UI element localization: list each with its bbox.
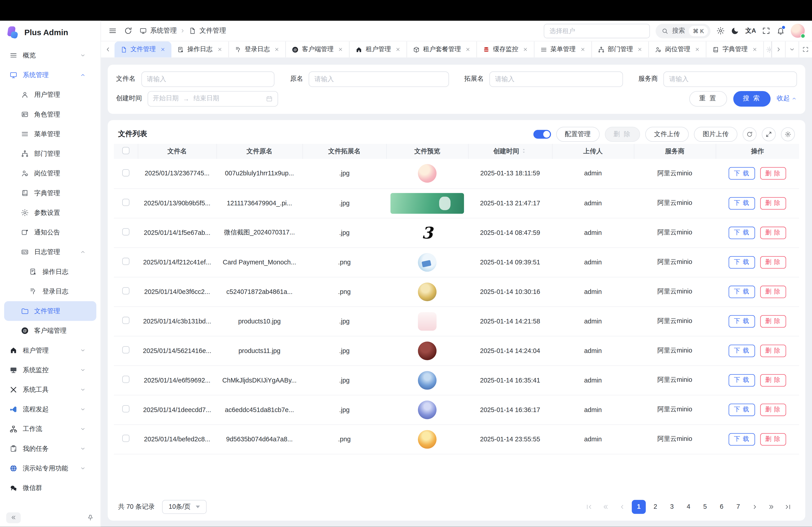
tab-租户管理[interactable]: 租户管理 <box>350 42 407 58</box>
filter-input-原名[interactable] <box>309 71 449 87</box>
column-header-服务商[interactable]: 服务商 <box>634 144 716 159</box>
file-preview-thumbnail[interactable]: 3 <box>418 223 437 242</box>
breadcrumb-item-files[interactable]: 文件管理 <box>199 26 226 35</box>
row-checkbox[interactable] <box>122 405 129 412</box>
expand-table-button[interactable] <box>762 127 776 141</box>
pager-prev-group-button[interactable] <box>599 500 613 514</box>
file-preview-thumbnail[interactable] <box>418 371 437 390</box>
column-header-文件原名[interactable]: 文件原名 <box>217 144 303 159</box>
batch-delete-button[interactable]: 删 除 <box>605 126 640 141</box>
sidebar-item-操作日志[interactable]: 操作日志 <box>4 262 96 282</box>
tab-部门管理[interactable]: 部门管理 <box>592 42 649 58</box>
sidebar-item-租户管理[interactable]: 租户管理 <box>4 341 96 360</box>
pager-next-group-button[interactable] <box>765 500 778 514</box>
tab-操作日志[interactable]: 操作日志 <box>171 42 229 58</box>
file-preview-thumbnail[interactable] <box>418 400 437 419</box>
pager-last-page-button[interactable] <box>781 500 795 514</box>
delete-button[interactable]: 删 除 <box>760 285 786 298</box>
sidebar-item-系统监控[interactable]: 系统监控 <box>4 360 96 380</box>
tab-客户端管理[interactable]: @客户端管理 <box>286 42 350 58</box>
tab-clipped[interactable] <box>764 42 772 58</box>
refresh-icon[interactable] <box>124 26 133 35</box>
page-button-3[interactable]: 3 <box>665 500 679 514</box>
row-checkbox[interactable] <box>122 287 129 295</box>
sidebar-item-登录日志[interactable]: 登录日志 <box>4 282 96 301</box>
page-button-1[interactable]: 1 <box>632 500 646 514</box>
tab-租户套餐管理[interactable]: 租户套餐管理 <box>407 42 477 58</box>
sidebar-item-角色管理[interactable]: 角色管理 <box>4 105 96 124</box>
fullscreen-icon[interactable] <box>762 26 770 35</box>
translate-icon[interactable]: 文A <box>745 26 756 35</box>
close-icon[interactable] <box>465 47 471 52</box>
row-checkbox[interactable] <box>122 199 129 206</box>
upload-image-button[interactable]: 图片上传 <box>694 126 738 141</box>
delete-button[interactable]: 删 除 <box>760 167 786 180</box>
sidebar-item-部门管理[interactable]: 部门管理 <box>4 144 96 163</box>
brand[interactable]: Plus Admin <box>0 21 100 45</box>
upload-file-button[interactable]: 文件上传 <box>645 126 689 141</box>
global-search[interactable]: 搜索 ⌘ K <box>655 24 710 38</box>
sidebar-item-概览[interactable]: 概览 <box>4 46 96 65</box>
tabs-scroll-left-button[interactable] <box>101 42 115 58</box>
search-button[interactable]: 搜 索 <box>733 91 770 106</box>
breadcrumb-item-system[interactable]: 系统管理 <box>150 26 177 35</box>
sort-icon[interactable] <box>520 147 527 154</box>
sidebar-item-我的任务[interactable]: 我的任务 <box>4 439 96 458</box>
file-preview-thumbnail[interactable] <box>418 164 437 183</box>
sidebar-item-工作流[interactable]: 工作流 <box>4 419 96 439</box>
sidebar-item-客户端管理[interactable]: @客户端管理 <box>4 321 96 340</box>
close-icon[interactable] <box>695 47 700 52</box>
sidebar-item-用户管理[interactable]: 用户管理 <box>4 85 96 105</box>
page-button-7[interactable]: 7 <box>731 500 745 514</box>
sidebar-collapse-button[interactable] <box>6 512 21 523</box>
close-icon[interactable] <box>637 47 643 52</box>
delete-button[interactable]: 删 除 <box>760 344 786 357</box>
download-button[interactable]: 下 载 <box>729 433 755 446</box>
hamburger-menu-icon[interactable] <box>108 26 117 35</box>
close-icon[interactable] <box>752 47 757 52</box>
content-fullscreen-button[interactable] <box>798 42 812 58</box>
close-icon[interactable] <box>580 47 585 52</box>
delete-button[interactable]: 删 除 <box>760 433 786 446</box>
sidebar-item-文件管理[interactable]: 文件管理 <box>4 301 96 321</box>
row-checkbox[interactable] <box>122 169 129 176</box>
sidebar-item-日志管理[interactable]: 日志管理 <box>4 242 96 262</box>
tabs-scroll-right-button[interactable] <box>772 42 785 58</box>
tab-文件管理[interactable]: 文件管理 <box>114 42 171 58</box>
delete-button[interactable]: 删 除 <box>760 256 786 268</box>
settings-icon[interactable] <box>716 26 725 35</box>
tab-菜单管理[interactable]: 菜单管理 <box>534 42 592 58</box>
collapse-filters-link[interactable]: 收起 <box>777 94 797 103</box>
filter-input-服务商[interactable] <box>664 71 797 87</box>
dark-mode-icon[interactable] <box>731 26 740 35</box>
pager-prev-page-button[interactable] <box>615 500 629 514</box>
column-header-上传人[interactable]: 上传人 <box>552 144 634 159</box>
row-checkbox[interactable] <box>122 376 129 383</box>
sidebar-item-系统管理[interactable]: 系统管理 <box>4 65 96 85</box>
avatar[interactable] <box>791 24 805 38</box>
sidebar-item-系统工具[interactable]: 系统工具 <box>4 380 96 400</box>
sidebar-item-参数设置[interactable]: 参数设置 <box>4 203 96 223</box>
sidebar-item-演示站专用功能[interactable]: 演示站专用功能 <box>4 458 96 478</box>
row-checkbox[interactable] <box>122 228 129 235</box>
row-checkbox[interactable] <box>122 435 129 442</box>
file-preview-thumbnail[interactable] <box>418 341 437 360</box>
tabs-menu-button[interactable] <box>785 42 799 58</box>
sidebar-item-岗位管理[interactable]: 岗位管理 <box>4 164 96 183</box>
close-icon[interactable] <box>217 47 222 52</box>
file-preview-thumbnail[interactable] <box>418 430 437 449</box>
notifications-bell[interactable] <box>777 26 785 35</box>
close-icon[interactable] <box>338 47 343 52</box>
page-button-6[interactable]: 6 <box>714 500 728 514</box>
row-checkbox[interactable] <box>122 258 129 265</box>
download-button[interactable]: 下 载 <box>729 285 755 298</box>
page-button-2[interactable]: 2 <box>648 500 662 514</box>
download-button[interactable]: 下 载 <box>729 404 755 416</box>
row-checkbox[interactable] <box>122 317 129 324</box>
download-button[interactable]: 下 载 <box>729 374 755 386</box>
delete-button[interactable]: 删 除 <box>760 404 786 416</box>
tenant-select[interactable] <box>544 24 650 38</box>
column-header-文件预览[interactable]: 文件预览 <box>386 144 468 159</box>
tab-字典管理[interactable]: 字典管理 <box>707 42 764 58</box>
tab-登录日志[interactable]: 登录日志 <box>229 42 286 58</box>
